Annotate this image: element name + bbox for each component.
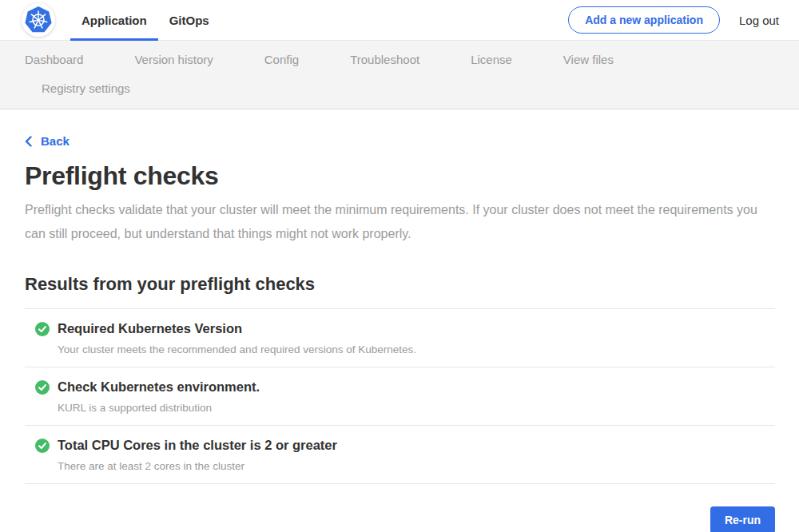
preflight-results-list: Required Kubernetes Version Your cluster…: [25, 308, 775, 484]
kubernetes-logo: [22, 3, 55, 37]
subnav-item-view-files[interactable]: View files: [563, 53, 614, 66]
preflight-check-row: Check Kubernetes environment. KURL is a …: [25, 367, 775, 425]
logout-link[interactable]: Log out: [739, 14, 779, 27]
app-subnav: Dashboard Version history Config Trouble…: [0, 41, 799, 109]
check-head: Check Kubernetes environment.: [35, 379, 775, 395]
tab-gitops[interactable]: GitOps: [158, 0, 221, 41]
check-title: Required Kubernetes Version: [58, 321, 242, 336]
rerun-button[interactable]: Re-run: [710, 506, 775, 532]
main-content: Back Preflight checks Preflight checks v…: [0, 109, 799, 532]
kubernetes-helm-icon: [22, 4, 54, 36]
results-heading: Results from your preflight checks: [25, 274, 775, 295]
footer-actions: Re-run: [25, 506, 775, 532]
check-title: Check Kubernetes environment.: [58, 379, 260, 395]
check-message: KURL is a supported distribution: [58, 402, 775, 414]
subnav-item-license[interactable]: License: [471, 53, 512, 66]
subnav-item-troubleshoot[interactable]: Troubleshoot: [350, 53, 419, 66]
page-description: Preflight checks validate that your clus…: [25, 198, 775, 246]
navbar-right-group: Add a new application Log out: [568, 6, 779, 34]
add-new-application-button[interactable]: Add a new application: [568, 6, 720, 34]
back-label: Back: [41, 134, 70, 148]
chevron-left-icon: [25, 136, 32, 147]
subnav-row-2: Registry settings: [0, 77, 799, 98]
check-title: Total CPU Cores in the cluster is 2 or g…: [58, 438, 337, 453]
tab-application[interactable]: Application: [70, 0, 158, 41]
top-navbar: Application GitOps Add a new application…: [0, 0, 799, 41]
back-link[interactable]: Back: [25, 134, 70, 148]
subnav-item-dashboard[interactable]: Dashboard: [25, 53, 83, 66]
preflight-check-row: Total CPU Cores in the cluster is 2 or g…: [25, 425, 775, 483]
check-message: There are at least 2 cores in the cluste…: [58, 460, 775, 472]
page-title: Preflight checks: [25, 161, 775, 191]
check-head: Required Kubernetes Version: [35, 321, 775, 336]
subnav-item-version-history[interactable]: Version history: [134, 53, 213, 66]
subnav-item-config[interactable]: Config: [264, 53, 299, 66]
check-message: Your cluster meets the recommended and r…: [58, 343, 775, 355]
check-circle-icon: [35, 380, 50, 395]
subnav-item-registry-settings[interactable]: Registry settings: [42, 81, 130, 95]
check-circle-icon: [35, 439, 50, 453]
subnav-row-1: Dashboard Version history Config Trouble…: [0, 49, 799, 69]
check-head: Total CPU Cores in the cluster is 2 or g…: [35, 438, 775, 453]
preflight-check-row: Required Kubernetes Version Your cluster…: [25, 308, 775, 367]
check-circle-icon: [35, 322, 50, 336]
primary-nav-tabs: Application GitOps: [70, 0, 221, 41]
